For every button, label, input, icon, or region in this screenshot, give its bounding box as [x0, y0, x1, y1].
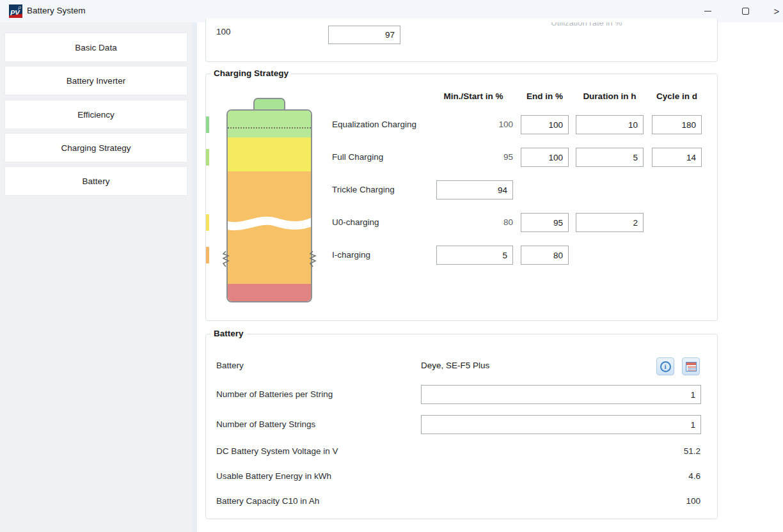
full-charging-cycle-input[interactable] — [652, 148, 702, 167]
battery-segment-yellow — [228, 137, 311, 171]
column-header-end: End in % — [514, 91, 575, 101]
sidebar-item-battery-inverter[interactable]: Battery Inverter — [5, 66, 187, 95]
full-charging-label: Full Charging — [332, 148, 383, 167]
capacity-label: Battery Capacity C10 in Ah — [216, 496, 319, 506]
equalization-min-value: 100 — [436, 115, 513, 134]
equalization-cycle-input[interactable] — [652, 115, 702, 134]
maximize-button[interactable] — [731, 0, 760, 22]
usable-energy-label: Usable Battery Energy in kWh — [216, 471, 331, 481]
usable-energy-value: 4.6 — [688, 471, 700, 481]
charging-strategy-section: Charging Strategy Min./Start in % — [205, 74, 718, 321]
sidebar-item-basic-data[interactable]: Basic Data — [5, 33, 187, 61]
u0-charging-color-bar — [206, 214, 209, 231]
full-charging-min-value: 95 — [436, 148, 513, 167]
battery-model-value: Deye, SE-F5 Plus — [421, 361, 489, 370]
battery-label: Battery — [216, 361, 244, 370]
u0-charging-label: U0-charging — [332, 213, 379, 232]
minimize-icon — [704, 11, 711, 12]
column-header-min-start: Min./Start in % — [434, 91, 513, 101]
batteries-per-string-input[interactable] — [421, 385, 701, 404]
battery-strings-label: Number of Battery Strings — [216, 419, 315, 429]
full-charging-color-bar — [206, 149, 209, 166]
full-charging-duration-input[interactable] — [576, 148, 644, 167]
break-squiggle-left — [221, 251, 230, 267]
i-charging-label: I-charging — [332, 246, 370, 265]
efficiency-section-partial: 100 Utilization rate in % — [205, 19, 718, 62]
battery-section: Battery Battery Deye, SE-F5 Plus i Numbe… — [205, 334, 718, 519]
batteries-per-string-label: Number of Batteries per String — [216, 389, 333, 399]
column-header-cycle: Cycle in d — [647, 91, 706, 101]
battery-segment-green — [228, 111, 311, 137]
equalization-label: Equalization Charging — [332, 115, 416, 134]
table-icon — [686, 362, 697, 372]
efficiency-min-label: 100 — [216, 27, 231, 36]
battery-graphic-body — [226, 109, 312, 302]
capacity-value: 100 — [686, 496, 700, 506]
utilization-axis-label-clipped: Utilization rate in % — [529, 22, 644, 31]
battery-break-wave — [226, 213, 312, 235]
break-squiggle-right — [308, 251, 317, 267]
main-content: 100 Utilization rate in % Charging Strat… — [197, 22, 783, 532]
equalization-dotted-line — [228, 127, 311, 129]
pvsol-app-icon: p PV — [9, 4, 22, 18]
sidebar-item-efficiency[interactable]: Efficiency — [5, 100, 187, 129]
dc-voltage-value: 51.2 — [684, 446, 700, 456]
dc-voltage-label: DC Battery System Voltage in V — [216, 446, 338, 456]
sidebar-item-battery[interactable]: Battery — [5, 167, 187, 195]
sidebar-item-charging-strategy[interactable]: Charging Strategy — [5, 134, 187, 162]
trickle-charging-label: Trickle Charging — [332, 180, 395, 199]
chevron-right-icon[interactable]: > — [770, 0, 783, 22]
column-header-duration: Duration in h — [576, 91, 644, 101]
equalization-color-bar — [206, 116, 209, 133]
window-title: Battery System — [27, 6, 86, 15]
scroll-gutter[interactable] — [192, 22, 197, 532]
battery-segment-red — [228, 284, 311, 301]
battery-info-button[interactable]: i — [656, 357, 674, 375]
u0-charging-end-input[interactable] — [521, 213, 569, 232]
battery-strings-input[interactable] — [421, 415, 701, 434]
sidebar: Basic Data Battery Inverter Efficiency C… — [0, 22, 192, 532]
battery-section-title: Battery — [211, 329, 246, 338]
equalization-duration-input[interactable] — [576, 115, 644, 134]
equalization-end-input[interactable] — [521, 115, 569, 134]
maximize-icon — [742, 8, 749, 15]
i-charging-end-input[interactable] — [521, 246, 569, 265]
info-icon: i — [660, 361, 671, 372]
trickle-charging-input[interactable] — [436, 180, 513, 199]
efficiency-input[interactable] — [328, 26, 400, 44]
battery-database-button[interactable] — [682, 357, 700, 375]
i-charging-min-input[interactable] — [436, 246, 513, 265]
u0-charging-min-value: 80 — [436, 213, 513, 232]
i-charging-color-bar — [206, 247, 209, 263]
battery-system-window: p PV Battery System > Basic Data Battery… — [0, 0, 783, 532]
charging-strategy-title: Charging Strategy — [211, 68, 291, 78]
u0-charging-duration-input[interactable] — [576, 213, 644, 232]
full-charging-end-input[interactable] — [521, 148, 569, 167]
